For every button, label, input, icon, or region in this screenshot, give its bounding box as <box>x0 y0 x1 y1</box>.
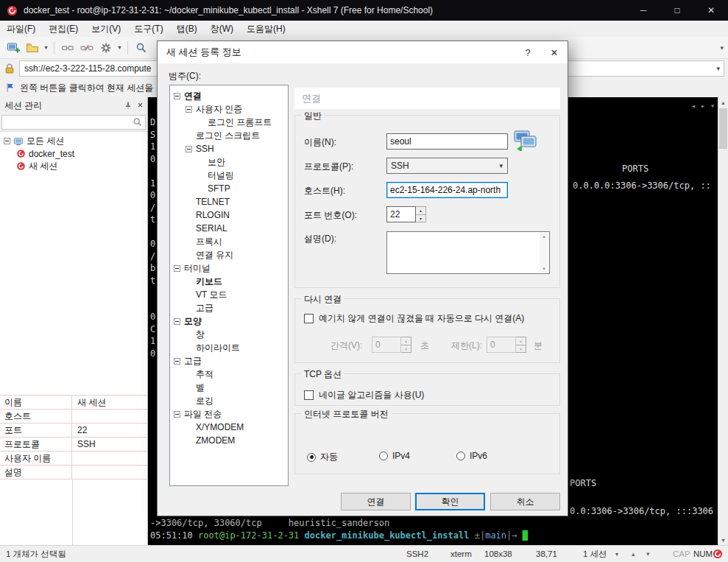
reconnect-button[interactable] <box>58 38 77 57</box>
auto-reconnect-label: 예기치 않게 연결이 끊겼을 때 자동으로 다시 연결(A) <box>319 312 524 325</box>
dialog-tree-item[interactable]: 보안 <box>170 155 288 169</box>
dialog-tree-item[interactable]: 창 <box>170 328 288 341</box>
dialog-help-button[interactable]: ? <box>515 41 541 63</box>
toolbar-overflow-icon[interactable] <box>720 44 724 52</box>
status-down-icon[interactable] <box>646 546 650 562</box>
tab-scroll-controls[interactable] <box>691 102 715 110</box>
dialog-tree-item[interactable]: SSH <box>170 142 288 155</box>
dialog-tree-item[interactable]: 고급 <box>170 301 288 315</box>
tree-expander-icon[interactable] <box>185 106 192 113</box>
menu-item[interactable]: 도움말(H) <box>240 21 292 37</box>
tree-expander-icon[interactable] <box>174 265 180 272</box>
terminal-scrollbar[interactable] <box>718 97 728 545</box>
reconnect-group-title: 다시 연결 <box>301 293 344 306</box>
radio-icon <box>456 452 465 460</box>
tree-expander-icon[interactable] <box>174 411 180 418</box>
settings-caret-icon[interactable] <box>116 44 124 51</box>
tab-scroll-right-icon[interactable] <box>701 102 705 110</box>
session-count-caret-icon[interactable] <box>615 546 618 562</box>
name-input[interactable]: seoul <box>386 133 508 150</box>
maximize-button[interactable]: □ <box>660 0 694 21</box>
dialog-close-button[interactable]: ✕ <box>541 41 568 63</box>
session-search-input[interactable] <box>1 115 146 130</box>
status-up-icon[interactable] <box>632 546 635 562</box>
new-session-button[interactable] <box>4 38 23 57</box>
dialog-tree-item[interactable]: 추적 <box>170 368 288 381</box>
terminal-text-fragment: ->3306/tcp, 33060/tcp heuristic_sanderso… <box>150 518 389 528</box>
find-button[interactable] <box>132 38 151 57</box>
pin-icon[interactable] <box>124 101 132 110</box>
spin-down-icon[interactable] <box>416 215 426 223</box>
dialog-tree-item[interactable]: 모양 <box>170 315 288 328</box>
dialog-tree-item[interactable]: 벨 <box>170 381 288 394</box>
tree-expander-icon[interactable] <box>174 93 180 99</box>
tab-scroll-left-icon[interactable] <box>691 102 696 110</box>
session-tree-item[interactable]: docker_test <box>1 147 147 160</box>
dialog-tree-item[interactable]: 연결 유지 <box>170 248 288 261</box>
menu-item[interactable]: 파일(F) <box>0 21 42 37</box>
connect-button[interactable]: 연결 <box>341 493 411 510</box>
cancel-button[interactable]: 취소 <box>490 493 560 510</box>
host-input[interactable]: ec2-15-164-226-24.ap-north <box>386 182 508 198</box>
session-tree-item[interactable]: 새 세션 <box>1 160 147 172</box>
menu-item[interactable]: 편집(E) <box>42 21 85 37</box>
dialog-tree-item[interactable]: 사용자 인증 <box>170 102 288 116</box>
dialog-tree-item[interactable]: 로그인 스크립트 <box>170 129 288 142</box>
menu-item[interactable]: 탭(B) <box>170 21 204 37</box>
dialog-tree-item[interactable]: VT 모드 <box>170 288 288 301</box>
disconnect-button[interactable] <box>77 38 96 57</box>
dialog-tree-item[interactable]: SERIAL <box>170 222 288 235</box>
property-label: 포트 <box>0 424 72 437</box>
scrollbar-down-icon[interactable] <box>718 535 728 545</box>
dialog-tree-item[interactable]: 하이라이트 <box>170 341 288 354</box>
dialog-tree-item[interactable]: RLOGIN <box>170 208 288 222</box>
settings-button[interactable] <box>96 38 116 57</box>
protocol-select[interactable]: SSH <box>386 158 508 174</box>
dialog-tree-item[interactable]: 연결 <box>170 89 288 102</box>
scrollbar-thumb[interactable] <box>719 108 727 149</box>
dialog-tree-item[interactable]: 키보드 <box>170 275 288 288</box>
scrollbar-up-icon[interactable] <box>718 97 728 108</box>
session-tree-item[interactable]: 모든 세션 <box>1 135 147 147</box>
ip-version-radio[interactable]: 자동 <box>307 451 338 463</box>
dialog-tree-item[interactable]: SFTP <box>170 182 288 195</box>
panel-close-icon[interactable]: × <box>138 101 143 110</box>
toolbar-separator <box>127 41 128 55</box>
ip-version-radio[interactable]: IPv4 <box>379 451 410 461</box>
minimize-button[interactable]: ─ <box>626 0 660 21</box>
dialog-tree-item[interactable]: TELNET <box>170 195 288 208</box>
textarea-scrollbar[interactable] <box>540 233 548 273</box>
dialog-tree-item[interactable]: 로그인 프롬프트 <box>170 116 288 129</box>
close-button[interactable]: ✕ <box>694 0 728 21</box>
menu-item[interactable]: 보기(V) <box>85 21 127 37</box>
auto-reconnect-checkbox[interactable] <box>304 314 314 323</box>
property-value <box>72 452 147 465</box>
dialog-tree-item[interactable]: X/YMODEM <box>170 421 288 434</box>
description-textarea[interactable] <box>386 231 550 274</box>
address-dropdown-icon[interactable] <box>716 65 720 72</box>
tree-expander-icon[interactable] <box>4 138 10 144</box>
session-count-status[interactable]: 1 세션 <box>583 546 607 562</box>
ip-version-radio[interactable]: IPv6 <box>456 451 487 461</box>
port-spinner[interactable]: 22 <box>386 206 426 222</box>
tree-expander-icon[interactable] <box>174 318 180 325</box>
spin-up-icon[interactable] <box>416 206 426 215</box>
open-session-caret-icon[interactable] <box>42 44 50 51</box>
menu-item[interactable]: 도구(T) <box>127 21 169 37</box>
dialog-tree-item[interactable]: 터널링 <box>170 169 288 182</box>
open-session-button[interactable] <box>23 38 42 57</box>
dialog-tree-item[interactable]: 파일 전송 <box>170 407 288 421</box>
tree-expander-icon[interactable] <box>185 146 192 152</box>
dialog-tree-item[interactable]: 프록시 <box>170 235 288 248</box>
ok-button[interactable]: 확인 <box>415 493 485 510</box>
menu-item[interactable]: 창(W) <box>204 21 240 37</box>
dialog-tree-label: 키보드 <box>196 275 222 288</box>
dialog-tree-item[interactable]: 터미널 <box>170 261 288 275</box>
dialog-tree-item[interactable]: ZMODEM <box>170 434 288 447</box>
dialog-tree-item[interactable]: 로깅 <box>170 394 288 407</box>
port-value[interactable]: 22 <box>386 206 416 222</box>
dialog-tree-item[interactable]: 고급 <box>170 354 288 368</box>
tab-list-icon[interactable] <box>710 102 715 110</box>
nagle-checkbox[interactable] <box>304 390 314 400</box>
tree-expander-icon[interactable] <box>174 358 180 365</box>
